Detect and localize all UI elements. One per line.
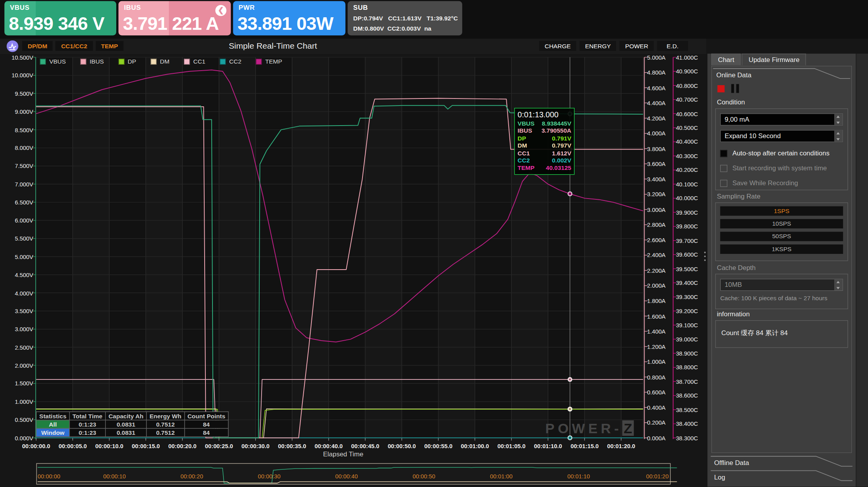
power-button[interactable]: POWER — [620, 41, 654, 51]
navigator-tick-label: 00:00:20 — [170, 473, 214, 480]
vbus-panel: VBUS 8.939 346 V — [4, 1, 116, 35]
online-data-header[interactable]: Online Data — [712, 67, 851, 81]
current-threshold-input[interactable]: 9,00 mA — [720, 113, 843, 126]
tooltip-series-name: TEMP — [518, 164, 535, 172]
tooltip-series-value: 3.790550A — [542, 128, 571, 135]
scrollbar-strip[interactable] — [856, 54, 868, 487]
sub-line-1: DP:0.794V CC1:1.613V T1:39.92°C — [353, 15, 458, 22]
panel-splitter-grip[interactable] — [703, 252, 706, 266]
tooltip-row-ibus: IBUS3.790550A — [518, 128, 571, 135]
navigator-tick-label: 00:00:50 — [402, 473, 446, 480]
tooltip-series-name: DM — [518, 142, 527, 150]
energy-button[interactable]: ENERGY — [580, 41, 617, 51]
navigator-tick-label: 00:01:00 — [479, 473, 524, 480]
pause-button[interactable] — [731, 84, 739, 93]
cache-note: Cache: 100 K pieces of data ~ 27 hours — [720, 295, 843, 301]
checkbox-label: Auto-stop after certain conditions — [732, 150, 830, 157]
tab-update-firmware[interactable]: Update Firmware — [742, 54, 806, 66]
table-cell: 0:1:23 — [70, 420, 106, 428]
tooltip-series-name: VBUS — [518, 120, 535, 128]
tooltip-series-name: CC2 — [518, 157, 530, 164]
spinner-arrows-icon[interactable] — [834, 279, 842, 290]
checkbox-box[interactable] — [720, 164, 727, 171]
checkbox-auto-stop-after-certain-conditions[interactable]: Auto-stop after certain conditions — [720, 150, 843, 157]
tooltip-series-value: 8.938445V — [542, 120, 571, 128]
tooltip-series-value: 40.03125 — [546, 164, 571, 172]
top-stats-bar: VBUS 8.939 346 V IBUS 3.791 221 A ❮ PWR … — [0, 0, 868, 39]
sidebar-panel: Online Data Condition 9,00 mA Expand 10 … — [711, 66, 852, 453]
vbus-value: 8.939 346 V — [9, 13, 104, 35]
table-header-cell: Energy Wh — [146, 412, 184, 420]
chart-panel: VBUSIBUSDPDMCC1CC2TEMP 10.500V10.000V9.5… — [0, 54, 706, 487]
tooltip-series-value: 0.002V — [552, 157, 571, 164]
mode-buttons: CHARGEENERGYPOWERE.D. — [539, 41, 688, 51]
tooltip-series-value: 0.791V — [552, 135, 571, 142]
pwr-label: PWR — [238, 4, 255, 12]
table-row-label[interactable]: All — [36, 420, 69, 428]
table-cell: 0.7512 — [146, 429, 184, 437]
cache-depth-group: 10MB Cache: 100 K pieces of data ~ 27 ho… — [715, 274, 848, 309]
e-d-button[interactable]: E.D. — [657, 41, 688, 51]
navigator-tick-label: 00:00:40 — [324, 473, 369, 480]
expand-time-input[interactable]: Expand 10 Second — [720, 130, 843, 142]
checkbox-label: Save While Recording — [732, 179, 798, 187]
offline-data-header[interactable]: Offline Data — [710, 455, 853, 469]
sub-label: SUB — [353, 4, 368, 12]
record-button[interactable] — [718, 85, 725, 92]
table-cell: 84 — [184, 420, 228, 428]
log-header[interactable]: Log — [710, 470, 853, 483]
back-arrow-icon[interactable]: ❮ — [215, 5, 226, 16]
sampling-rate-group: 1SPS10SPS50SPS1KSPS — [715, 202, 848, 261]
table-cell: 0.0831 — [105, 429, 146, 437]
sampling-1ksps-button[interactable]: 1KSPS — [720, 244, 843, 254]
ibus-panel: IBUS 3.791 221 A ❮ — [119, 1, 231, 35]
checkbox-start-recording-with-system-time[interactable]: Start recording with system time — [720, 164, 843, 172]
condition-group: 9,00 mA Expand 10 Second Auto-stop after… — [715, 108, 848, 190]
tooltip-series-value: 1.612V — [552, 150, 571, 157]
table-header-cell: Capacity Ah — [105, 412, 146, 420]
chart-toolbar: DP/DMCC1/CC2TEMP Simple Real-Time Chart … — [0, 39, 706, 54]
sampling-1sps-button[interactable]: 1SPS — [720, 206, 843, 216]
tooltip-series-name: IBUS — [518, 128, 532, 135]
power-z-watermark: POWER-Z — [545, 420, 634, 436]
pwr-value: 33.891 03W — [238, 13, 333, 35]
table-row: All0:1:230.08310.751284 — [36, 420, 228, 428]
checkbox-box[interactable] — [720, 150, 727, 157]
table-row-label[interactable]: Window — [36, 429, 69, 437]
tooltip-row-cc1: CC11.612V — [518, 150, 571, 157]
tooltip-time: 0:01:13.000 — [518, 110, 571, 119]
spinner-arrows-icon[interactable] — [834, 131, 842, 142]
sampling-50sps-button[interactable]: 50SPS — [720, 232, 843, 241]
table-header-row: StatisticsTotal TimeCapacity AhEnergy Wh… — [36, 412, 228, 420]
ibus-value: 3.791 221 A — [123, 13, 219, 35]
table-cell: 84 — [184, 429, 228, 437]
information-group: Count 缓存 84 累计 84 — [715, 320, 848, 348]
checkbox-box[interactable] — [720, 179, 727, 186]
sub-line-2: DM:0.800V CC2:0.003V na — [353, 25, 431, 31]
spinner-arrows-icon[interactable] — [834, 114, 842, 125]
tab-chart[interactable]: Chart — [711, 54, 741, 66]
checkbox-save-while-recording[interactable]: Save While Recording — [720, 179, 843, 187]
sampling-10sps-button[interactable]: 10SPS — [720, 219, 843, 228]
tooltip-row-vbus: VBUS8.938445V — [518, 120, 571, 128]
ibus-label: IBUS — [124, 4, 141, 12]
sidebar-tabs: Chart Update Firmware — [711, 54, 806, 66]
table-cell: 0.7512 — [146, 420, 184, 428]
vbus-label: VBUS — [10, 4, 29, 12]
table-cell: 0.0831 — [105, 420, 146, 428]
navigator-tick-label: 00:00:10 — [92, 473, 137, 480]
charge-button[interactable]: CHARGE — [539, 41, 577, 51]
navigator-tick-label: 00:00:00 — [38, 473, 82, 480]
cache-depth-label: Cache Depth — [717, 264, 756, 272]
count-info: Count 缓存 84 累计 84 — [721, 328, 842, 338]
table-header-cell: Count Points — [184, 412, 228, 420]
power-z-app: VBUS 8.939 346 V IBUS 3.791 221 A ❮ PWR … — [0, 0, 868, 487]
cache-depth-input[interactable]: 10MB — [720, 279, 843, 291]
table-cell: 0:1:23 — [70, 429, 106, 437]
navigator-tick-label: 00:01:10 — [557, 473, 601, 480]
table-row: Window0:1:230.08310.751284 — [36, 429, 228, 437]
tooltip-row-temp: TEMP40.03125 — [518, 164, 571, 172]
statistics-table: StatisticsTotal TimeCapacity AhEnergy Wh… — [36, 412, 229, 437]
tooltip-series-name: CC1 — [518, 150, 530, 157]
tooltip-row-dm: DM0.797V — [518, 142, 571, 150]
